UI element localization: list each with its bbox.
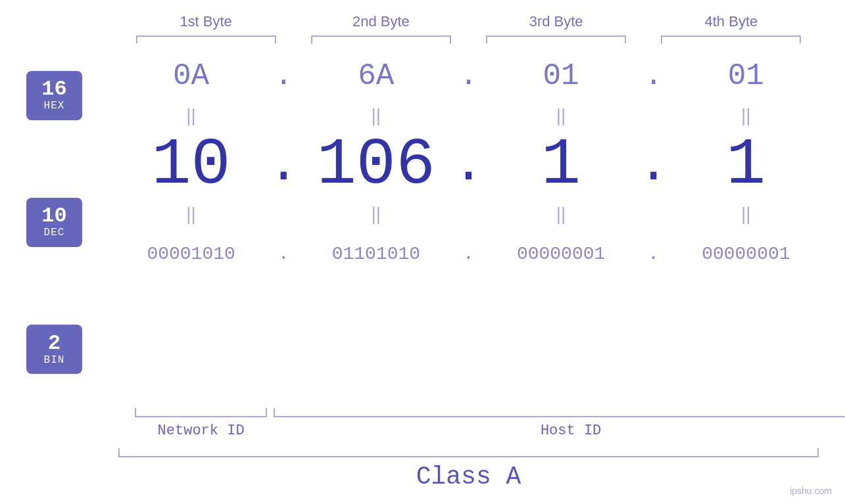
dec-dot-icon-1: .: [268, 135, 299, 195]
top-bracket-2: [293, 35, 468, 43]
equals-row-1: || || || ||: [118, 103, 819, 129]
hex-badge: 16 HEX: [26, 71, 82, 120]
dec-value-4: 1: [726, 128, 765, 202]
equals-cell-8: ||: [673, 204, 819, 225]
hex-value-1: 0A: [173, 59, 209, 93]
equals-cell-7: ||: [489, 204, 634, 225]
equals-cell-5: ||: [118, 204, 264, 225]
equals-sign-2: ||: [372, 105, 381, 126]
main-container: 1st Byte 2nd Byte 3rd Byte 4th Byte 16 H…: [0, 0, 845, 504]
hex-cell-4: 01: [673, 59, 819, 93]
hex-value-4: 01: [728, 59, 764, 93]
byte-4-header: 4th Byte: [644, 13, 819, 30]
dec-dot-2: .: [449, 135, 489, 195]
dec-dot-3: .: [634, 135, 673, 195]
host-bracket: [274, 408, 845, 417]
hex-row: 0A . 6A . 01 . 01: [118, 50, 819, 103]
equals-cell-1: ||: [118, 105, 264, 126]
bin-cell-4: 00000001: [673, 244, 819, 264]
equals-sign-8: ||: [741, 204, 751, 225]
top-bracket-1: [118, 35, 293, 43]
dot-spacer-label: [283, 423, 323, 439]
bin-dot-icon-2: .: [463, 244, 474, 264]
data-columns: 0A . 6A . 01 . 01: [118, 50, 819, 408]
network-id-area: Network ID: [118, 423, 283, 439]
hex-value-3: 01: [543, 59, 579, 93]
hex-dot-3: .: [634, 59, 673, 93]
dec-cell-1: 10: [118, 128, 264, 202]
id-labels-row: Network ID Host ID: [118, 423, 819, 439]
class-label: Class A: [416, 463, 521, 491]
bin-value-2: 01101010: [332, 244, 420, 264]
hex-cell-3: 01: [489, 59, 634, 93]
class-label-row: Class A: [118, 463, 819, 491]
hex-cell-1: 0A: [118, 59, 264, 93]
equals-sign-6: ||: [372, 204, 381, 225]
equals-sign-1: ||: [186, 105, 196, 126]
bin-dot-icon-3: .: [648, 244, 659, 264]
dec-dot-icon-2: .: [452, 135, 484, 195]
bin-dot-icon-1: .: [278, 244, 289, 264]
content-area: 16 HEX 10 DEC 2 BIN 0A .: [26, 50, 819, 408]
bin-cell-1: 00001010: [118, 244, 264, 264]
top-bracket-4: [644, 35, 819, 43]
top-bracket-row: [118, 35, 819, 43]
equals-sign-3: ||: [556, 105, 566, 126]
equals-sign-5: ||: [186, 204, 196, 225]
dec-label: DEC: [44, 227, 65, 239]
dec-cell-4: 1: [673, 128, 819, 202]
dec-row: 10 . 106 . 1 . 1: [118, 129, 819, 201]
bin-value-4: 00000001: [702, 244, 790, 264]
equals-row-2: || || || ||: [118, 201, 819, 227]
network-bracket-area: [118, 408, 283, 417]
host-id-area: Host ID: [323, 423, 819, 439]
bin-label: BIN: [44, 354, 65, 366]
byte-1-header: 1st Byte: [118, 13, 293, 30]
byte-header-row: 1st Byte 2nd Byte 3rd Byte 4th Byte: [118, 13, 819, 30]
dec-dot-icon-3: .: [638, 135, 669, 195]
full-bracket-container: [118, 448, 819, 457]
equals-cell-2: ||: [303, 105, 448, 126]
hex-cell-2: 6A: [303, 59, 448, 93]
equals-sign-7: ||: [556, 204, 566, 225]
bin-dot-2: .: [449, 244, 489, 264]
hex-number: 16: [41, 79, 66, 100]
bin-dot-3: .: [634, 244, 673, 264]
bin-dot-1: .: [264, 244, 303, 264]
dec-value-2: 106: [317, 128, 435, 202]
watermark: ipshu.com: [790, 486, 832, 496]
dec-cell-3: 1: [489, 128, 634, 202]
hex-value-2: 6A: [358, 59, 394, 93]
bottom-bracket-row: [118, 408, 819, 417]
dec-value-1: 10: [152, 128, 231, 202]
byte-2-header: 2nd Byte: [293, 13, 468, 30]
full-bottom-bracket: [118, 448, 819, 457]
hex-dot-icon-2: .: [460, 59, 478, 93]
hex-label: HEX: [44, 100, 65, 112]
equals-cell-3: ||: [489, 105, 634, 126]
dec-cell-2: 106: [303, 128, 448, 202]
label-column: 16 HEX 10 DEC 2 BIN: [26, 50, 118, 408]
bin-value-1: 00001010: [147, 244, 235, 264]
hex-dot-2: .: [449, 59, 489, 93]
hex-dot-1: .: [264, 59, 303, 93]
bin-badge: 2 BIN: [26, 325, 82, 374]
equals-cell-4: ||: [673, 105, 819, 126]
bin-row: 00001010 . 01101010 . 00000001 .: [118, 227, 819, 280]
dec-dot-1: .: [264, 135, 303, 195]
bin-cell-2: 01101010: [303, 244, 448, 264]
dec-badge: 10 DEC: [26, 198, 82, 247]
hex-dot-icon-1: .: [274, 59, 293, 93]
byte-3-header: 3rd Byte: [469, 13, 644, 30]
dec-number: 10: [41, 206, 66, 227]
equals-cell-6: ||: [303, 204, 448, 225]
network-id-label: Network ID: [158, 423, 245, 439]
bottom-bracket-section: Network ID Host ID: [118, 408, 819, 439]
bin-value-3: 00000001: [517, 244, 605, 264]
equals-sign-4: ||: [741, 105, 751, 126]
dec-value-3: 1: [541, 128, 581, 202]
bin-cell-3: 00000001: [489, 244, 634, 264]
top-bracket-3: [469, 35, 644, 43]
host-id-label: Host ID: [541, 423, 601, 439]
network-bracket: [135, 408, 267, 417]
